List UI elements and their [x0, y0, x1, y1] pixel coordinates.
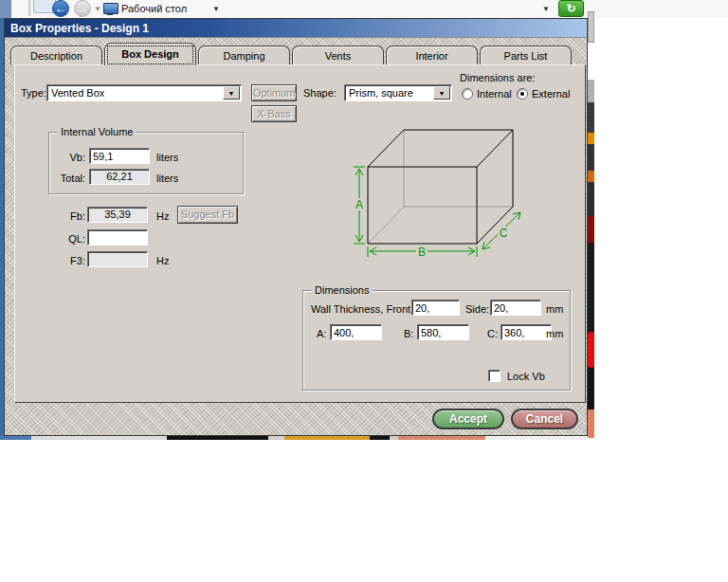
shape-label: Shape: — [303, 87, 337, 99]
mm-unit-row1: mm — [546, 303, 563, 315]
box-properties-dialog: Box Properties - Design 1 Description Bo… — [4, 18, 588, 436]
tab-box-design[interactable]: Box Design — [104, 43, 196, 65]
history-chevron-icon[interactable]: ▼ — [94, 5, 101, 13]
f3-field — [87, 251, 148, 267]
dimensions-legend: Dimensions — [311, 284, 373, 296]
diagram-b-label: B — [418, 246, 426, 259]
tab-focus-outline — [108, 46, 192, 64]
radio-external[interactable] — [517, 88, 528, 100]
desktop-monitor-icon — [103, 3, 118, 14]
fb-field: 35,39 — [87, 207, 148, 223]
diagram-c-label: C — [500, 227, 508, 240]
tab-vents[interactable]: Vents — [292, 45, 384, 64]
internal-volume-legend: Internal Volume — [57, 126, 136, 137]
dimensions-are-label: Dimensions are: — [460, 72, 535, 83]
dim-c-input[interactable] — [500, 324, 552, 340]
f3-label: F3: — [64, 255, 85, 266]
refresh-button[interactable]: ↻ — [558, 0, 584, 17]
accept-button[interactable]: Accept — [432, 409, 504, 429]
tab-damping[interactable]: Damping — [198, 45, 290, 64]
type-value: Vented Box — [51, 87, 104, 99]
toolbar-divider — [28, 0, 31, 16]
dialog-titlebar[interactable]: Box Properties - Design 1 — [5, 19, 587, 38]
vb-label: Vb: — [64, 152, 85, 163]
dim-b-label: B: — [404, 328, 413, 339]
dialog-title: Box Properties - Design 1 — [10, 22, 149, 35]
shape-dropdown-arrow-icon[interactable]: ▼ — [433, 86, 450, 100]
total-unit-label: liters — [156, 173, 178, 184]
fb-unit-label: Hz — [156, 210, 169, 222]
diagram-a-label: A — [355, 198, 363, 211]
address-bar-text[interactable]: Рабочий стол — [121, 3, 187, 14]
dim-b-input[interactable] — [417, 324, 469, 340]
back-button[interactable]: ← — [52, 0, 69, 17]
dimensions-groupbox: Dimensions Wall Thickness, Front: Side: … — [302, 290, 571, 391]
tab-parts-list[interactable]: Parts List — [480, 45, 572, 64]
ql-label: QL: — [63, 233, 85, 245]
lock-vb-checkbox[interactable] — [488, 370, 500, 382]
optimum-button[interactable]: Optimum — [251, 84, 297, 101]
type-label: Type: — [21, 87, 46, 99]
radio-external-label[interactable]: External — [532, 88, 570, 100]
mm-unit-row2: mm — [546, 328, 563, 339]
wall-side-input[interactable] — [490, 300, 541, 316]
refresh-icon: ↻ — [566, 2, 575, 15]
vb-input[interactable] — [89, 148, 150, 164]
background-app-right-sliver — [588, 80, 594, 438]
lock-vb-label[interactable]: Lock Vb — [507, 371, 545, 382]
back-arrow-icon: ← — [55, 2, 66, 15]
window-corner — [0, 0, 11, 19]
toolbar-dropdown-icon[interactable]: ▼ — [542, 5, 550, 13]
forward-button[interactable]: → — [74, 0, 91, 17]
shape-combobox[interactable]: Prism, square ▼ — [344, 84, 452, 101]
type-combobox[interactable]: Vented Box ▼ — [46, 84, 242, 101]
suggest-fb-button[interactable]: Suggest Fb — [177, 206, 238, 224]
wall-thickness-front-label: Wall Thickness, Front: — [311, 303, 413, 315]
total-field: 62,21 — [89, 169, 150, 185]
wall-side-label: Side: — [465, 303, 489, 315]
fb-label: Fb: — [64, 210, 85, 222]
radio-internal-label[interactable]: Internal — [477, 88, 512, 100]
radio-internal[interactable] — [462, 88, 473, 100]
radio-selected-dot — [520, 92, 524, 96]
total-label: Total: — [55, 173, 85, 184]
background-scrollbar — [588, 11, 594, 43]
type-dropdown-arrow-icon[interactable]: ▼ — [223, 86, 240, 100]
box-diagram: A B C — [338, 125, 547, 272]
visible-edges — [368, 130, 513, 244]
wall-front-input[interactable] — [411, 300, 460, 316]
hidden-edges — [368, 130, 513, 244]
dim-c-label: C: — [487, 328, 498, 339]
f3-unit-label: Hz — [156, 255, 169, 266]
box-design-panel: Type: Vented Box ▼ Optimum X-Bass Shape:… — [14, 64, 586, 403]
forward-arrow-icon: → — [77, 2, 88, 15]
dim-a-label: A: — [317, 328, 326, 339]
dim-a-input[interactable] — [330, 324, 382, 340]
shape-value: Prism, square — [349, 87, 413, 99]
address-dropdown-icon[interactable]: ▼ — [212, 5, 220, 13]
ql-input[interactable] — [87, 229, 148, 246]
tab-description[interactable]: Description — [10, 45, 102, 64]
explorer-toolbar: ← → ▼ Рабочий стол ▼ ▼ ↻ — [0, 0, 728, 18]
xbass-button[interactable]: X-Bass — [251, 105, 297, 122]
cancel-button[interactable]: Cancel — [511, 409, 578, 429]
tab-interior[interactable]: Interior — [386, 45, 478, 64]
vb-unit-label: liters — [156, 152, 178, 163]
